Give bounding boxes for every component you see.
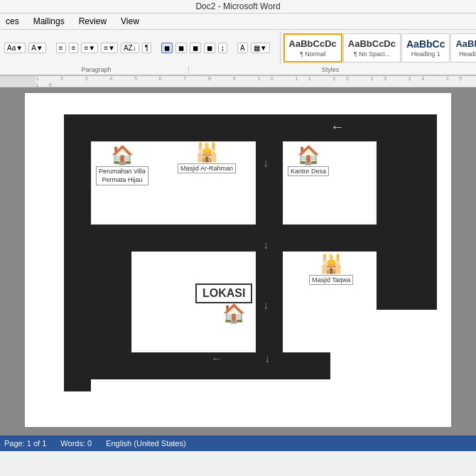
perumahan-location: 🏠 Perumahan VillaPermata Hijau [96, 144, 148, 185]
perumahan-label: Perumahan VillaPermata Hijau [96, 166, 148, 185]
font-dropdown[interactable]: Aa▼ [4, 43, 26, 53]
style-normal[interactable]: AaBbCcDc ¶ Normal [283, 33, 342, 63]
ribbon: Aa▼ A▼ ≡ ≡ ≡▼ ≡▼ AZ↓ ¶ ◼ ◼ ◼ ◼ ↨ A ▦▼ Aa… [0, 30, 476, 76]
align-right-btn[interactable]: ◼ [190, 43, 201, 53]
line-spacing-btn[interactable]: ↨ [218, 43, 227, 53]
style-heading2[interactable]: AaBbCc Heading 2 [450, 33, 476, 63]
title-text: Doc2 - Microsoft Word [195, 1, 280, 11]
masjid-ar-rahman-label: Masjid Ar-Rahman [178, 163, 236, 173]
kantor-desa-label: Kantor Desa [288, 166, 329, 176]
masjid-taqwa-label: Masjid Taqwa [309, 275, 353, 285]
perumahan-house-icon: 🏠 [96, 144, 148, 166]
masjid-ar-rahman-location: 🕌 Masjid Ar-Rahman [178, 141, 236, 173]
language-info: English (United States) [106, 439, 186, 448]
styles-label: Styles [189, 66, 472, 73]
indent-marker [0, 76, 36, 87]
status-bar: Page: 1 of 1 Words: 0 English (United St… [0, 436, 476, 451]
multilevel-list-btn[interactable]: ≡▼ [81, 43, 98, 53]
style-no-spacing[interactable]: AaBbCcDc ¶ No Spaci... [343, 33, 401, 63]
style-heading1[interactable]: AaBbCc Heading 1 [401, 33, 450, 63]
show-marks-btn[interactable]: ¶ [142, 43, 151, 53]
masjid-taqwa-location: 🕌 Masjid Taqwa [309, 253, 353, 285]
shading-btn[interactable]: A [237, 43, 248, 53]
menu-view[interactable]: View [118, 15, 142, 28]
kantor-desa-location: 🏠 Kantor Desa [288, 144, 329, 176]
arrow-down-2: ↓ [263, 239, 269, 251]
masjid-taqwa-icon: 🕌 [309, 253, 353, 275]
border-btn[interactable]: ▦▼ [251, 43, 270, 53]
ruler: 1 2 3 4 5 6 7 8 9 10 11 12 13 14 15 16 [0, 76, 476, 87]
menu-review[interactable]: Review [76, 15, 109, 28]
decrease-indent-btn[interactable]: ≡▼ [101, 43, 118, 53]
menu-bar: ces Mailings Review View [0, 13, 476, 30]
road-h-bottom [131, 352, 330, 379]
arrow-bottom-down: ↓ [264, 352, 270, 365]
ribbon-row: Aa▼ A▼ ≡ ≡ ≡▼ ≡▼ AZ↓ ¶ ◼ ◼ ◼ ◼ ↨ A ▦▼ Aa… [0, 30, 476, 66]
lokasi-house-icon: 🏠 [222, 303, 245, 325]
section-labels: Paragraph Styles [0, 66, 476, 75]
arrow-top-left: ← [330, 119, 345, 135]
menu-ces[interactable]: ces [3, 15, 22, 28]
arrow-down-1: ↓ [263, 157, 269, 170]
road-v-right [377, 114, 437, 310]
bullet-list-btn[interactable]: ≡ [56, 43, 66, 53]
numbered-list-btn[interactable]: ≡ [69, 43, 79, 53]
lokasi-box: LOKASI [195, 283, 252, 303]
word-count: Words: 0 [60, 439, 92, 448]
menu-mailings[interactable]: Mailings [31, 15, 67, 28]
align-center-btn[interactable]: ◼ [175, 43, 187, 53]
sort-btn[interactable]: AZ↓ [121, 43, 139, 53]
arrow-bottom-left: ← [211, 352, 222, 365]
paragraph-label: Paragraph [4, 66, 189, 73]
styles-section: AaBbCcDc ¶ Normal AaBbCcDc ¶ No Spaci...… [280, 32, 476, 64]
align-justify-btn[interactable]: ◼ [204, 43, 215, 53]
road-stub-left [64, 225, 131, 379]
align-left-btn[interactable]: ◼ [161, 43, 173, 53]
font-size-dropdown[interactable]: A▼ [28, 43, 46, 53]
map-container: ← ↓ ↓ ↓ ← ↓ 🏠 Perumahan VillaPermata Hij… [46, 100, 437, 406]
title-bar: Doc2 - Microsoft Word [0, 0, 476, 13]
word-page: ← ↓ ↓ ↓ ← ↓ 🏠 Perumahan VillaPermata Hij… [25, 93, 451, 427]
page-info: Page: 1 of 1 [4, 439, 46, 448]
masjid-ar-rahman-icon: 🕌 [178, 141, 236, 163]
kantor-desa-icon: 🏠 [288, 144, 329, 166]
document-area: ← ↓ ↓ ↓ ← ↓ 🏠 Perumahan VillaPermata Hij… [0, 87, 476, 436]
arrow-down-3: ↓ [263, 299, 269, 312]
